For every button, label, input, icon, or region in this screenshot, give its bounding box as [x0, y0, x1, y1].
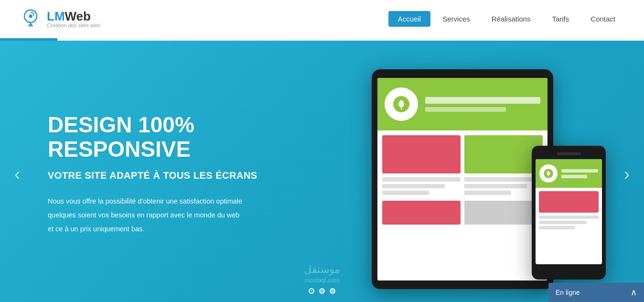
slide-dot-1[interactable] — [309, 288, 314, 294]
tablet-nav-line-bot — [425, 107, 506, 112]
chat-widget-arrow: ∧ — [631, 287, 637, 298]
logo-area: LMWeb Création des sites web — [19, 8, 100, 31]
next-slide-button[interactable]: › — [619, 160, 634, 189]
phone-line-1 — [561, 169, 598, 173]
slide-dot-2[interactable] — [319, 288, 325, 294]
logo-web: Web — [65, 9, 91, 23]
watermark-latin: mostaql.com — [304, 277, 340, 284]
tablet-card-red-2 — [382, 201, 461, 225]
logo-lm: LM — [47, 9, 65, 23]
tablet-text-line-1 — [382, 177, 461, 182]
logo-subtitle: Création des sites web — [47, 22, 100, 28]
tablet-row-1 — [382, 135, 543, 173]
phone-body — [536, 188, 602, 233]
nav-realisations[interactable]: Réalisations — [482, 11, 540, 27]
phone-header — [536, 159, 602, 188]
nav-tarifs[interactable]: Tarifs — [542, 11, 579, 27]
hero-desc-line3: et ce à un prix uniquement bas. — [48, 225, 144, 233]
nav-services[interactable]: Services — [433, 11, 480, 27]
tablet-nav-lines — [425, 97, 540, 112]
phone-text-line-2 — [539, 221, 587, 224]
logo-icon — [19, 8, 42, 31]
tablet-card-red-3 — [464, 201, 543, 225]
tablet-text-line-2 — [382, 184, 445, 188]
tablet-text-line-4 — [464, 177, 543, 182]
phone-screen — [536, 159, 602, 264]
phone-logo-circle — [539, 164, 558, 183]
slide-dot-3[interactable] — [330, 288, 335, 294]
chat-widget[interactable]: En ligne ∧ — [548, 283, 644, 302]
phone-text-line-1 — [539, 216, 599, 219]
tablet-card-red — [382, 135, 461, 173]
hero-title: DESIGN 100% RESPONSIVE — [48, 113, 315, 161]
watermark-arabic: موستقل — [304, 263, 340, 276]
tablet-screen — [377, 78, 547, 280]
leaf-icon — [392, 95, 410, 113]
nav-accueil[interactable]: Accueil — [388, 11, 430, 27]
tablet-logo-circle — [385, 87, 418, 121]
hero-desc-line2: quelques soient vos besoins en rapport a… — [48, 211, 239, 219]
phone-text-lines — [539, 216, 599, 229]
tablet-body — [377, 130, 547, 280]
nav-contact[interactable]: Contact — [581, 11, 625, 27]
logo-brand: LMWeb — [47, 10, 100, 22]
tablet-text-line-6 — [464, 191, 511, 195]
tablet-nav-line-top — [425, 97, 540, 104]
hero-desc-line1: Nous vous offre la possibilité d'obtenir… — [48, 197, 242, 205]
tablet-lines-right — [464, 177, 543, 195]
tablet-header — [377, 78, 547, 130]
hero-content: DESIGN 100% RESPONSIVE VOTRE SITE ADAPTÉ… — [48, 113, 315, 236]
tablet-row-2 — [382, 177, 543, 195]
phone-notch — [557, 152, 581, 155]
hero-subtitle: VOTRE SITE ADAPTÉ À TOUS LES ÉCRANS — [48, 170, 315, 181]
phone-leaf-icon — [543, 168, 554, 179]
tablet-row-3 — [382, 199, 543, 225]
phone-nav-lines — [561, 169, 598, 178]
phone-text-line-3 — [539, 226, 575, 229]
tablet-card-green — [464, 135, 543, 173]
chat-widget-label: En ligne — [556, 289, 580, 296]
phone-device — [532, 146, 606, 280]
hero-description: Nous vous offre la possibilité d'obtenir… — [48, 194, 315, 236]
tablet-text-line-5 — [464, 184, 527, 188]
tablet-text-line-3 — [382, 191, 429, 195]
phone-line-2 — [561, 175, 587, 178]
prev-slide-button[interactable]: ‹ — [10, 160, 25, 189]
tablet-lines-left — [382, 177, 461, 195]
devices-illustration — [357, 60, 606, 289]
tablet-device — [372, 69, 553, 289]
phone-card-red — [539, 191, 599, 213]
logo-text: LMWeb Création des sites web — [47, 10, 100, 28]
main-nav: Accueil Services Réalisations Tarifs Con… — [388, 11, 625, 27]
site-header: LMWeb Création des sites web Accueil Ser… — [0, 0, 644, 38]
slider-dots — [309, 288, 335, 294]
watermark: موستقل mostaql.com — [304, 263, 340, 284]
hero-section: ‹ DESIGN 100% RESPONSIVE VOTRE SITE ADAP… — [0, 41, 644, 302]
